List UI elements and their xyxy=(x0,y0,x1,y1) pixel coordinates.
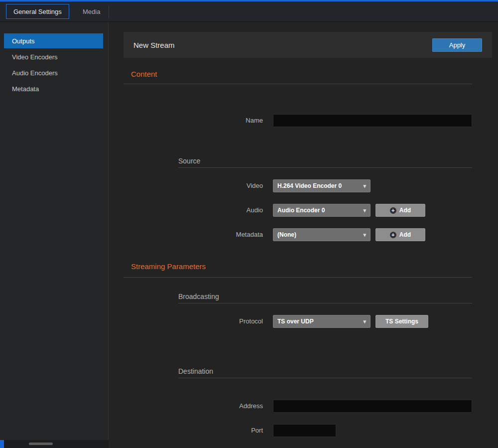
address-input[interactable] xyxy=(273,400,472,413)
chevron-down-icon: ▾ xyxy=(359,232,366,238)
name-input[interactable] xyxy=(273,114,472,127)
divider xyxy=(178,303,472,303)
add-audio-button[interactable]: + Add xyxy=(375,204,425,217)
address-label: Address xyxy=(163,400,263,413)
stream-header-bar: New Stream Apply xyxy=(124,32,492,58)
ts-settings-button-label: TS Settings xyxy=(385,318,418,325)
divider xyxy=(178,167,472,168)
app-window: General Settings Media Outputs Video Enc… xyxy=(0,0,498,448)
subsection-title-source: Source xyxy=(178,157,200,165)
metadata-label: Metadata xyxy=(163,228,263,241)
apply-button[interactable]: Apply xyxy=(432,38,482,52)
sidebar-item-video-encoders-label: Video Encoders xyxy=(12,53,58,61)
audio-encoder-dropdown[interactable]: Audio Encoder 0 ▾ xyxy=(273,204,371,217)
name-label: Name xyxy=(163,114,263,127)
video-label: Video xyxy=(163,179,263,192)
protocol-label: Protocol xyxy=(163,315,263,328)
chevron-down-icon: ▾ xyxy=(359,318,366,325)
protocol-selected-value: TS over UDP xyxy=(277,318,314,325)
add-metadata-button[interactable]: + Add xyxy=(375,228,425,241)
divider xyxy=(124,277,472,278)
top-navigation-bar: General Settings Media xyxy=(0,0,498,22)
tab-media-label: Media xyxy=(83,8,100,15)
section-title-content: Content xyxy=(131,70,157,78)
tab-general-settings[interactable]: General Settings xyxy=(6,4,69,19)
section-title-streaming-parameters: Streaming Parameters xyxy=(131,262,206,271)
divider xyxy=(124,84,472,84)
tab-media[interactable]: Media xyxy=(76,4,107,19)
add-metadata-button-label: Add xyxy=(399,231,411,238)
sidebar-item-audio-encoders[interactable]: Audio Encoders xyxy=(4,65,103,80)
protocol-dropdown[interactable]: TS over UDP ▾ xyxy=(273,315,371,328)
sidebar-item-outputs[interactable]: Outputs xyxy=(4,33,103,48)
plus-icon: + xyxy=(390,207,396,214)
sidebar-scrollbar-track xyxy=(0,440,109,448)
metadata-selected-value: (None) xyxy=(277,231,296,238)
port-label: Port xyxy=(163,424,263,437)
sidebar-scrollbar-thumb[interactable] xyxy=(29,443,53,445)
plus-icon: + xyxy=(390,232,396,238)
metadata-dropdown[interactable]: (None) ▾ xyxy=(273,228,371,241)
sidebar: Outputs Video Encoders Audio Encoders Me… xyxy=(0,22,109,448)
chevron-down-icon: ▾ xyxy=(359,207,366,214)
subsection-title-broadcasting: Broadcasting xyxy=(178,293,219,300)
scrollbar-corner-accent xyxy=(0,440,4,448)
audio-label: Audio xyxy=(163,204,263,217)
ts-settings-button[interactable]: TS Settings xyxy=(375,315,428,328)
page-title: New Stream xyxy=(133,41,175,49)
sidebar-item-audio-encoders-label: Audio Encoders xyxy=(12,69,58,77)
sidebar-item-video-encoders[interactable]: Video Encoders xyxy=(4,49,103,64)
video-encoder-selected-value: H.264 Video Encoder 0 xyxy=(277,182,342,189)
audio-encoder-selected-value: Audio Encoder 0 xyxy=(277,207,325,214)
add-audio-button-label: Add xyxy=(399,207,411,214)
topbar-divider xyxy=(109,5,109,18)
chevron-down-icon: ▾ xyxy=(359,183,366,189)
sidebar-item-metadata[interactable]: Metadata xyxy=(4,81,103,96)
video-encoder-dropdown[interactable]: H.264 Video Encoder 0 ▾ xyxy=(273,179,371,192)
divider xyxy=(178,378,472,378)
tab-general-settings-label: General Settings xyxy=(13,8,62,15)
sidebar-item-metadata-label: Metadata xyxy=(12,85,39,93)
subsection-title-destination: Destination xyxy=(178,367,213,375)
port-input[interactable] xyxy=(273,424,336,437)
sidebar-item-outputs-label: Outputs xyxy=(12,37,35,45)
sidebar-list: Outputs Video Encoders Audio Encoders Me… xyxy=(0,22,108,96)
